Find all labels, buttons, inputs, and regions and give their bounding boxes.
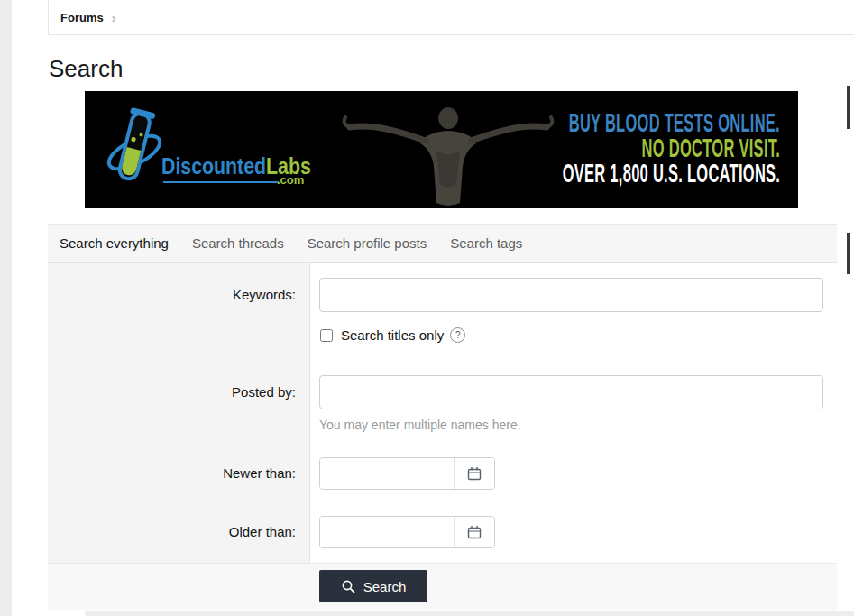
titles-only-row: Search titles only ? — [48, 327, 837, 343]
tab-search-everything[interactable]: Search everything — [48, 225, 180, 266]
breadcrumb: Forums › — [48, 0, 854, 35]
help-icon[interactable]: ? — [450, 327, 465, 343]
ad-banner[interactable]: DiscountedLabs .com BUY BLOOD TESTS ONLI… — [85, 91, 798, 208]
tab-search-tags[interactable]: Search tags — [438, 225, 534, 262]
search-form: Keywords: Search titles only ? Posted by… — [48, 263, 837, 563]
ad-line-3: OVER 1,800 U.S. LOCATIONS. — [562, 161, 780, 186]
older-than-label: Older than: — [48, 516, 309, 548]
newer-than-calendar-button[interactable] — [454, 458, 494, 489]
older-than-row: Older than: — [48, 516, 837, 548]
search-button-label: Search — [363, 579, 407, 594]
search-tabs: Search everything Search threads Search … — [48, 224, 837, 263]
ad-copy: BUY BLOOD TESTS ONLINE. NO DOCTOR VISIT.… — [384, 110, 780, 186]
logo-underline — [163, 181, 279, 183]
right-edge-fragment-bottom — [847, 233, 850, 274]
keywords-label: Keywords: — [48, 278, 309, 312]
left-gutter — [0, 0, 12, 616]
newer-than-row: Newer than: — [48, 457, 837, 490]
chevron-right-icon: › — [112, 11, 116, 24]
posted-by-label: Posted by: — [48, 375, 309, 409]
older-than-calendar-button[interactable] — [454, 517, 494, 547]
breadcrumb-forums-link[interactable]: Forums — [60, 11, 104, 24]
newer-than-input[interactable] — [320, 458, 454, 489]
form-footer: Search — [48, 563, 837, 610]
titles-only-checkbox[interactable] — [320, 329, 333, 342]
page-title: Search — [49, 55, 123, 83]
search-submit-button[interactable]: Search — [319, 570, 427, 602]
titles-only-option[interactable]: Search titles only ? — [319, 327, 823, 343]
right-edge-fragment-top — [847, 86, 850, 129]
older-than-input[interactable] — [320, 517, 454, 547]
page: Forums › Search DiscountedLabs .com — [0, 0, 854, 616]
posted-by-input[interactable] — [319, 375, 823, 409]
search-icon — [341, 579, 356, 594]
keywords-input[interactable] — [319, 278, 823, 312]
titles-only-label: Search titles only — [341, 327, 444, 343]
test-tube-icon — [105, 102, 164, 196]
calendar-icon — [466, 465, 482, 482]
tab-search-threads[interactable]: Search threads — [180, 225, 296, 262]
calendar-icon — [466, 524, 482, 540]
ad-line-2: NO DOCTOR VISIT. — [641, 135, 780, 161]
keywords-row: Keywords: — [48, 278, 837, 312]
logo-com-suffix: .com — [277, 173, 304, 187]
newer-than-label: Newer than: — [48, 457, 309, 490]
logo-word-discounted: Discounted — [161, 152, 266, 179]
ad-line-1: BUY BLOOD TESTS ONLINE. — [569, 110, 780, 135]
next-section-edge — [85, 611, 854, 616]
tab-search-profile-posts[interactable]: Search profile posts — [296, 225, 439, 262]
posted-by-row: Posted by: You may enter multiple names … — [48, 375, 837, 432]
discountedlabs-logo: DiscountedLabs .com — [97, 100, 314, 199]
search-panel: Search everything Search threads Search … — [48, 224, 837, 610]
posted-by-hint: You may enter multiple names here. — [319, 418, 823, 432]
